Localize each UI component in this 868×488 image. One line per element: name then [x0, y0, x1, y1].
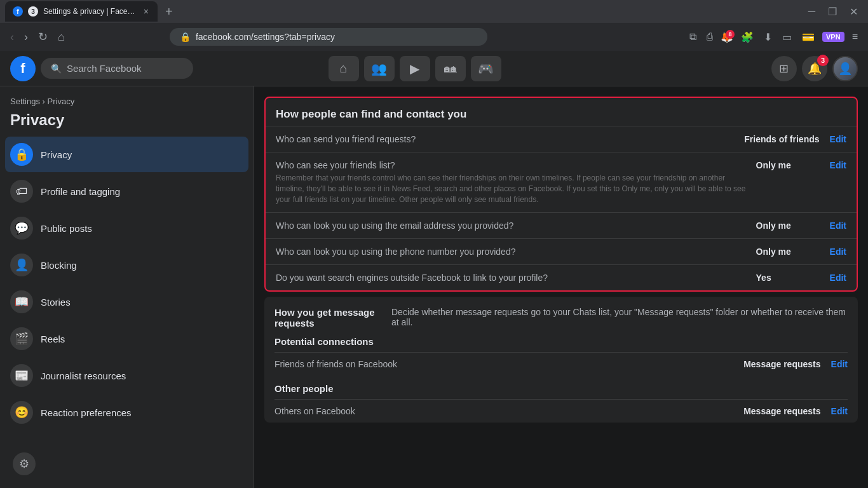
notification-badge: 3 — [817, 55, 829, 66]
sidebar-toggle-button[interactable]: ▭ — [780, 29, 794, 46]
friend-requests-value: Friends of friends — [744, 134, 819, 144]
friends-list-row: Who can see your friends list? Remember … — [266, 152, 857, 212]
profile-avatar-button[interactable]: 👤 — [832, 56, 858, 81]
sidebar-item-stories[interactable]: 📖 Stories — [5, 284, 248, 320]
window-controls: ─ ❐ ✕ — [803, 3, 863, 20]
sidebar-item-blocking[interactable]: 👤 Blocking — [5, 247, 248, 283]
address-bar: ‹ › ↻ ⌂ 🔒 facebook.com/settings?tab=priv… — [0, 23, 868, 51]
sidebar-item-journalist-resources[interactable]: 📰 Journalist resources — [5, 358, 248, 393]
grid-menu-button[interactable]: ⊞ — [771, 56, 797, 81]
watch-nav-button[interactable]: ▶ — [400, 56, 430, 81]
friends-list-edit-button[interactable]: Edit — [830, 160, 846, 170]
search-engine-edit-button[interactable]: Edit — [830, 273, 846, 283]
facebook-logo[interactable]: f — [10, 56, 36, 81]
home-nav-button[interactable]: ⌂ — [329, 56, 359, 81]
tab-bar: f 3 Settings & privacy | Facebook × + ─ … — [0, 0, 868, 23]
breadcrumb-current: Privacy — [48, 97, 75, 106]
sidebar-item-reels[interactable]: 🎬 Reels — [5, 321, 248, 356]
find-contact-section: How people can find and contact you Who … — [264, 97, 858, 292]
extensions-puzzle-button[interactable]: 🧩 — [738, 29, 756, 46]
privacy-icon: 🔒 — [10, 143, 33, 166]
email-lookup-edit-button[interactable]: Edit — [830, 220, 846, 231]
others-on-facebook-label: Others on Facebook — [275, 406, 733, 416]
search-engine-row: Do you want search engines outside Faceb… — [266, 264, 857, 290]
tab-notification-badge: 3 — [28, 6, 38, 17]
reload-button[interactable]: ↻ — [36, 27, 50, 46]
search-input[interactable] — [67, 63, 183, 74]
message-requests-section: How you get message requests Decide whet… — [264, 297, 858, 423]
wallet-button[interactable]: 💳 — [799, 29, 817, 46]
home-button[interactable]: ⌂ — [55, 28, 67, 46]
reels-icon: 🎬 — [10, 327, 33, 350]
phone-lookup-value: Only me — [756, 247, 820, 257]
notifications-button[interactable]: 🔔 3 — [802, 56, 827, 81]
sidebar-label-reels: Reels — [41, 334, 65, 344]
friends-of-friends-value: Message requests — [743, 359, 820, 369]
tab-title: Settings & privacy | Facebook — [43, 7, 137, 16]
message-section-title: How you get message requests — [275, 307, 376, 329]
friends-list-question: Who can see your friends list? Remember … — [276, 160, 746, 205]
sidebar-item-public-posts[interactable]: 💬 Public posts — [5, 210, 248, 246]
sidebar-item-profile-tagging[interactable]: 🏷 Profile and tagging — [5, 173, 248, 209]
sidebar-label-privacy: Privacy — [41, 149, 72, 160]
sidebar-item-privacy[interactable]: 🔒 Privacy — [5, 137, 248, 172]
avatar-icon: 👤 — [834, 57, 857, 80]
back-button[interactable]: ‹ — [8, 28, 17, 46]
share-button[interactable]: ⎙ — [704, 29, 715, 45]
sidebar-label-reaction: Reaction preferences — [41, 407, 132, 418]
minimize-button[interactable]: ─ — [803, 3, 820, 20]
friend-requests-question: Who can send you friend requests? — [276, 134, 734, 144]
message-section-desc: Decide whether message requests go to yo… — [391, 307, 848, 327]
address-input[interactable]: 🔒 facebook.com/settings?tab=privacy — [170, 28, 487, 46]
friends-of-friends-edit-button[interactable]: Edit — [831, 359, 848, 369]
others-on-facebook-row: Others on Facebook Message requests Edit — [275, 399, 848, 423]
phone-lookup-question: Who can look you up using the phone numb… — [276, 247, 746, 257]
active-tab[interactable]: f 3 Settings & privacy | Facebook × — [5, 1, 158, 22]
phone-lookup-row: Who can look you up using the phone numb… — [266, 238, 857, 264]
settings-gear-button[interactable]: ⚙ — [13, 452, 36, 475]
maximize-button[interactable]: ❐ — [823, 3, 842, 20]
email-lookup-row: Who can look you up using the email addr… — [266, 212, 857, 238]
email-lookup-value: Only me — [756, 220, 820, 231]
menu-button[interactable]: ≡ — [850, 29, 860, 45]
tab-close-button[interactable]: × — [142, 5, 150, 18]
groups-nav-button[interactable]: 🏘 — [435, 56, 466, 81]
extensions-button[interactable]: ⧉ — [687, 29, 699, 45]
friends-nav-button[interactable]: 👥 — [364, 56, 395, 81]
phone-lookup-edit-button[interactable]: Edit — [830, 247, 846, 257]
journalist-icon: 📰 — [10, 364, 33, 387]
breadcrumb: Settings › Privacy — [5, 97, 248, 106]
download-button[interactable]: ⬇ — [761, 29, 775, 46]
breadcrumb-settings-link[interactable]: Settings — [10, 97, 40, 106]
browser-toolbar: ⧉ ⎙ 🦊8 🧩 ⬇ ▭ 💳 VPN ≡ — [687, 29, 860, 46]
find-contact-title: How people can find and contact you — [276, 108, 846, 121]
url-text: facebook.com/settings?tab=privacy — [196, 32, 335, 42]
nav-icons-center: ⌂ 👥 ▶ 🏘 🎮 — [329, 56, 501, 81]
search-box[interactable]: 🔍 — [41, 58, 193, 79]
friends-of-friends-label: Friends of friends on Facebook — [275, 359, 733, 369]
stories-icon: 📖 — [10, 290, 33, 313]
others-on-facebook-edit-button[interactable]: Edit — [831, 406, 848, 416]
tab-favicon: f — [13, 6, 23, 17]
reaction-icon: 😊 — [10, 401, 33, 424]
vpn-badge[interactable]: VPN — [822, 32, 844, 42]
friends-list-note: Remember that your friends control who c… — [276, 173, 746, 205]
sidebar-label-public-posts: Public posts — [41, 223, 92, 234]
content-area: How people can find and contact you Who … — [254, 86, 868, 488]
settings-sidebar: Settings › Privacy Privacy 🔒 Privacy 🏷 P… — [0, 86, 254, 488]
forward-button[interactable]: › — [22, 28, 31, 46]
new-tab-button[interactable]: + — [160, 2, 178, 22]
sidebar-label-journalist: Journalist resources — [41, 370, 126, 381]
top-navigation: f 🔍 ⌂ 👥 ▶ 🏘 🎮 ⊞ 🔔 3 👤 — [0, 51, 868, 86]
public-posts-icon: 💬 — [10, 217, 33, 240]
search-engine-question: Do you want search engines outside Faceb… — [276, 273, 746, 283]
search-engine-value: Yes — [756, 273, 820, 283]
firefox-badge[interactable]: 🦊8 — [721, 31, 733, 43]
potential-connections-title: Potential connections — [275, 336, 848, 347]
close-window-button[interactable]: ✕ — [844, 3, 863, 20]
gaming-nav-button[interactable]: 🎮 — [471, 56, 501, 81]
friends-of-friends-msg-row: Friends of friends on Facebook Message r… — [275, 352, 848, 376]
friend-requests-edit-button[interactable]: Edit — [830, 134, 846, 144]
sidebar-item-reaction-preferences[interactable]: 😊 Reaction preferences — [5, 395, 248, 430]
search-icon: 🔍 — [51, 64, 62, 74]
